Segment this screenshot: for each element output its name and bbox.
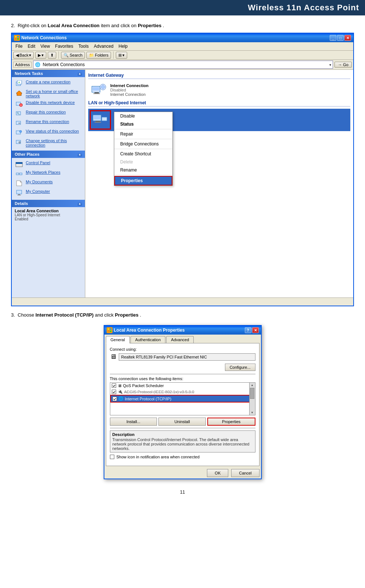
address-dropdown-icon[interactable]: ▾ xyxy=(328,63,333,67)
search-icon: 🔍 xyxy=(64,53,69,58)
show-icon-checkbox[interactable] xyxy=(110,455,114,459)
sidebar-item-changesettings[interactable]: ⚙ Change settings of this connection xyxy=(15,137,82,148)
dialog-body: Connect using: 🖥 Realtek RTL8139 Family … xyxy=(106,343,260,466)
dialog-help-button[interactable]: ? xyxy=(245,327,251,333)
description-text: Transmission Control Protocol/Internet P… xyxy=(112,437,253,451)
search-label: Search xyxy=(69,53,82,57)
sidebar-item-mydocs[interactable]: My Documents xyxy=(15,178,82,188)
mydocs-icon xyxy=(15,180,24,187)
views-button[interactable]: ⊞ ▾ xyxy=(116,52,127,59)
dialog-close-button[interactable]: ✕ xyxy=(252,327,259,333)
tab-general[interactable]: General xyxy=(106,336,130,343)
close-button[interactable]: ✕ xyxy=(344,35,351,41)
dialog-titlebar-title: Local Area Connection Properties xyxy=(114,328,185,333)
dialog-window-buttons: ? ✕ xyxy=(245,327,259,333)
context-menu-item-bridge[interactable]: Bridge Connections xyxy=(114,140,172,148)
sidebar-item-create[interactable]: + Create a new connection xyxy=(15,79,82,88)
svg-text:🔧: 🔧 xyxy=(17,112,20,115)
other-places-content: Control Panel My Network Places xyxy=(12,158,85,199)
menu-edit[interactable]: Edit xyxy=(25,43,37,50)
dialog-actions: Install... Uninstall Properties xyxy=(110,418,255,426)
svg-rect-39 xyxy=(102,117,107,121)
mycomputer-icon xyxy=(15,189,24,196)
device-field: Realtek RTL8139 Family PCI Fast Ethernet… xyxy=(119,353,255,361)
sidebar-item-controlpanel[interactable]: Control Panel xyxy=(15,159,82,169)
show-icon-label: Show icon in notification area when conn… xyxy=(117,455,200,459)
install-button[interactable]: Install... xyxy=(110,418,157,426)
qos-checkbox[interactable] xyxy=(112,383,116,388)
internet-conn-info: Internet Connection Disabled Internet Co… xyxy=(110,83,148,97)
go-button[interactable]: → Go xyxy=(334,62,352,68)
tab-advanced[interactable]: Advanced xyxy=(166,336,194,343)
list-item-aegis[interactable]: 🔌 AEGIS Protocol (IEEE 802.1x) v3.5.3.0 xyxy=(110,389,255,395)
sidebar-item-viewstatus[interactable]: View status of this connection xyxy=(15,128,82,137)
cancel-button[interactable]: Cancel xyxy=(231,469,259,477)
minimize-button[interactable]: _ xyxy=(330,35,336,41)
sidebar-item-disable[interactable]: X Disable this network device xyxy=(15,99,82,109)
lan-icon-wrapper xyxy=(90,110,111,130)
tab-authentication[interactable]: Authentication xyxy=(130,336,166,343)
other-places-collapse[interactable]: ▲ xyxy=(78,152,82,156)
context-menu-item-repair[interactable]: Repair xyxy=(114,130,172,138)
forward-button[interactable]: ▶ ▾ xyxy=(35,52,46,59)
scroll-down-icon[interactable]: ▼ xyxy=(250,410,254,415)
aegis-checkbox[interactable] xyxy=(112,390,116,394)
up-button[interactable]: ⬆ xyxy=(48,52,56,59)
svg-rect-27 xyxy=(18,194,20,195)
sidebar-item-rename[interactable]: ✏ Rename this connection xyxy=(15,118,82,128)
context-menu-separator-2 xyxy=(114,139,172,139)
repair-label: Repair this connection xyxy=(26,110,66,114)
status-bar xyxy=(12,297,353,306)
other-places-section: Other Places ▲ Control Panel xyxy=(12,151,85,199)
menu-view[interactable]: View xyxy=(38,43,52,50)
forward-arrow-icon: ▶ xyxy=(38,53,41,58)
search-button[interactable]: 🔍 Search xyxy=(61,52,85,59)
svg-rect-31 xyxy=(94,92,99,93)
svg-rect-36 xyxy=(94,116,100,119)
ok-button[interactable]: OK xyxy=(207,469,228,477)
list-item-tcpip[interactable]: 🌐 Internet Protocol (TCP/IP) xyxy=(110,395,255,403)
sidebar-item-repair[interactable]: 🔧 Repair this connection xyxy=(15,109,82,118)
context-menu-item-shortcut[interactable]: Create Shortcut xyxy=(114,150,172,158)
context-menu-item-status[interactable]: Status xyxy=(114,120,172,128)
home-icon xyxy=(15,89,24,97)
details-section-sidebar: Details ▲ Local Area Connection LAN or H… xyxy=(12,200,85,223)
properties-button[interactable]: Properties xyxy=(207,418,255,426)
menu-tools[interactable]: Tools xyxy=(76,43,91,50)
menu-favorites[interactable]: Favorites xyxy=(53,43,75,50)
internet-connection-item[interactable]: Internet Connection Disabled Internet Co… xyxy=(88,81,350,99)
disable-label: Disable this network device xyxy=(26,100,75,105)
configure-button[interactable]: Configure... xyxy=(225,364,255,371)
menu-advanced[interactable]: Advanced xyxy=(92,43,115,50)
tcpip-checkbox[interactable] xyxy=(112,397,117,401)
menu-file[interactable]: File xyxy=(13,43,25,50)
dialog-ok-cancel: OK Cancel xyxy=(104,468,261,479)
folders-button[interactable]: 📁 Folders xyxy=(86,52,111,59)
maximize-button[interactable]: □ xyxy=(337,35,344,41)
separator-1 xyxy=(110,374,255,374)
sidebar-item-mycomputer[interactable]: My Computer xyxy=(15,188,82,198)
home-label: Set up a home or small office network xyxy=(26,89,82,98)
menu-help[interactable]: Help xyxy=(117,43,130,50)
svg-rect-37 xyxy=(96,121,100,122)
sidebar-item-mynetwork[interactable]: My Network Places xyxy=(15,169,82,178)
list-item-qos[interactable]: 🖥 QoS Packet Scheduler xyxy=(110,383,255,389)
context-menu-item-properties[interactable]: Properties xyxy=(114,176,172,185)
context-menu-separator-1 xyxy=(114,129,172,129)
page-content: 2. Right-click on Local Area Connection … xyxy=(0,15,365,505)
context-menu-item-rename[interactable]: Rename xyxy=(114,166,172,174)
context-menu-item-disable[interactable]: Disable xyxy=(114,112,172,120)
list-scrollbar[interactable]: ▲ ▼ xyxy=(249,383,255,415)
sidebar-item-home[interactable]: Set up a home or small office network xyxy=(15,88,82,99)
toolbar-separator xyxy=(58,51,59,59)
details-collapse[interactable]: ▲ xyxy=(78,201,82,206)
address-value: Network Connections xyxy=(43,62,327,67)
scroll-up-icon[interactable]: ▲ xyxy=(250,383,254,387)
mynetwork-icon xyxy=(15,170,24,177)
lan-highlight-border xyxy=(90,110,111,130)
dialog-titlebar: Local Area Connection Properties ? ✕ xyxy=(104,326,261,335)
network-tasks-collapse[interactable]: ▲ xyxy=(78,71,82,76)
context-menu-item-delete: Delete xyxy=(114,158,172,166)
back-button[interactable]: ◀ Back ▾ xyxy=(13,52,34,59)
uninstall-button[interactable]: Uninstall xyxy=(158,418,206,426)
